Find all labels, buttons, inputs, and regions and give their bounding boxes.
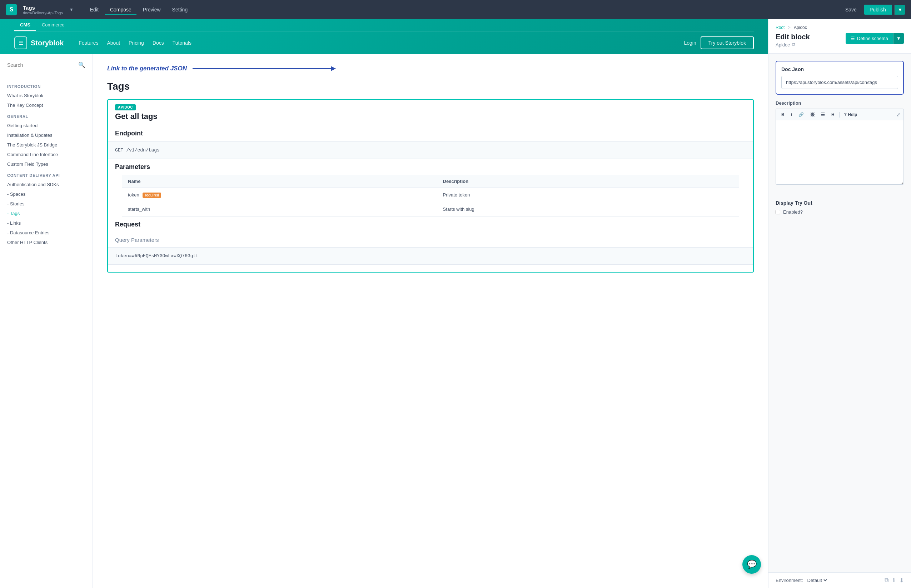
right-panel: Root > Apidoc Edit block Apidoc ⧉ ☰ Defi… [768,19,911,588]
sidebar-item-tags[interactable]: - Tags [0,208,92,218]
page-title-bar: Tags [23,5,63,11]
required-badge: required [142,192,161,198]
preview-area: CMS Commerce ☰ Storyblok Features About … [0,19,768,588]
endpoint-code: GET /v1/cdn/tags [108,141,753,159]
breadcrumb-separator: > [788,25,791,30]
toolbar-heading[interactable]: H [829,111,837,118]
panel-header-top: Edit block Apidoc ⧉ ☰ Define schema ▼ [775,33,904,47]
enabled-checkbox[interactable] [775,210,780,214]
sidebar-item-installation[interactable]: Installation & Updates [0,130,92,140]
edit-block-info: Edit block Apidoc ⧉ [775,33,810,47]
copy-icon[interactable]: ⧉ [792,42,795,47]
publish-dropdown-button[interactable]: ▼ [895,5,905,15]
right-panel-header: Root > Apidoc Edit block Apidoc ⧉ ☰ Defi… [769,19,911,53]
toolbar-separator [839,112,840,118]
sidebar-item-custom-fields[interactable]: Custom Field Types [0,159,92,169]
doc-json-label: Doc Json [781,66,898,72]
environment-bar: Environment: Default ⧉ ℹ ⬇ [769,572,911,588]
search-input[interactable] [7,62,75,68]
enabled-checkbox-row: Enabled? [775,209,904,215]
top-bar: S Tags docs/Delivery-Api/Tags ▼ Edit Com… [0,0,911,19]
enabled-label: Enabled? [783,209,803,215]
sidebar-item-js-bridge[interactable]: The Storyblok JS Bridge [0,140,92,150]
page-subtitle-bar: docs/Delivery-Api/Tags [23,11,63,15]
header-nav-features[interactable]: Features [79,40,98,46]
header-nav-tutorials[interactable]: Tutorials [173,40,192,46]
param-token-desc: Private token [437,188,739,202]
doc-section-title: Get all tags [108,112,753,125]
table-row: starts_with Starts with slug [122,202,739,216]
header-tab-commerce[interactable]: Commerce [36,19,70,31]
description-label: Description [775,100,904,106]
try-storyblok-button[interactable]: Try out Storyblok [701,36,754,49]
sidebar-item-stories[interactable]: - Stories [0,199,92,208]
app-logo: S [6,4,17,15]
search-icon: 🔍 [78,61,86,68]
copy-env-icon[interactable]: ⧉ [885,577,888,584]
doc-json-field-box: Doc Json [775,61,904,95]
header-nav-pricing[interactable]: Pricing [129,40,144,46]
sidebar-item-key-concept[interactable]: The Key Concept [0,100,92,110]
header-tab-cms[interactable]: CMS [14,19,36,31]
environment-select[interactable]: Default [806,577,828,583]
toolbar-link[interactable]: 🔗 [796,111,806,118]
publish-button[interactable]: Publish [864,5,892,15]
col-description: Description [437,175,739,188]
top-nav: Edit Compose Preview Setting [85,5,835,15]
sidebar-item-links[interactable]: - Links [0,218,92,228]
define-schema-button[interactable]: ☰ Define schema [846,33,893,44]
sidebar-item-what-is-storyblok[interactable]: What is Storyblok [0,91,92,100]
toolbar-list[interactable]: ☰ [819,111,827,118]
left-sidebar: 🔍 INTRODUCTION What is Storyblok The Key… [0,54,93,588]
title-dropdown-icon[interactable]: ▼ [69,7,74,12]
nav-compose[interactable]: Compose [105,5,136,15]
header-nav-docs[interactable]: Docs [153,40,164,46]
toolbar-help[interactable]: ? Help [842,111,860,118]
description-toolbar: B I 🔗 🖼 ☰ H ? Help ⤢ [775,108,904,120]
description-textarea[interactable] [775,120,904,185]
apidoc-badge: APIDOC [115,104,136,110]
header-actions: Login Try out Storyblok [684,36,754,49]
header-nav-about[interactable]: About [107,40,120,46]
sidebar-item-cli[interactable]: Command Line Interface [0,150,92,159]
sidebar-item-auth[interactable]: Authentication and SDKs [0,180,92,189]
nav-preview[interactable]: Preview [138,5,166,15]
download-env-icon[interactable]: ⬇ [899,577,904,584]
expand-icon[interactable]: ⤢ [896,112,901,118]
doc-json-input[interactable] [781,76,898,89]
toolbar-italic[interactable]: I [788,111,795,118]
chat-icon: 💬 [747,560,757,569]
nav-setting[interactable]: Setting [167,5,193,15]
breadcrumb-root[interactable]: Root [775,25,785,30]
param-token: token required [122,188,437,202]
params-wrapper: Name Description token required [108,175,753,216]
header-logo-text: Storyblok [31,39,64,47]
json-link-text[interactable]: Link to the generated JSON [107,65,187,72]
doc-endpoint-label: Endpoint [108,125,753,141]
main-content-area: Link to the generated JSON Tags APIDOC G… [93,54,768,588]
try-out-title: Display Try Out [775,200,904,206]
title-group: Tags docs/Delivery-Api/Tags [23,5,63,15]
sidebar-item-datasource[interactable]: - Datasource Entries [0,228,92,237]
param-starts-with: starts_with [122,202,437,216]
main-layout: CMS Commerce ☰ Storyblok Features About … [0,19,911,588]
sidebar-item-http-clients[interactable]: Other HTTP Clients [0,237,92,247]
toolbar-image[interactable]: 🖼 [808,111,817,118]
define-schema-dropdown[interactable]: ▼ [893,33,904,44]
env-actions: ⧉ ℹ ⬇ [885,577,904,584]
website-header: CMS Commerce ☰ Storyblok Features About … [0,19,768,54]
table-row: token required Private token [122,188,739,202]
info-env-icon[interactable]: ℹ [893,577,895,584]
sidebar-section-introduction: INTRODUCTION [0,80,92,91]
nav-edit[interactable]: Edit [85,5,103,15]
sidebar-item-getting-started[interactable]: Getting started [0,121,92,130]
header-login[interactable]: Login [684,40,696,46]
save-button[interactable]: Save [841,5,861,15]
chat-button[interactable]: 💬 [742,555,761,574]
json-link-section: Link to the generated JSON [107,65,754,72]
sidebar-item-spaces[interactable]: - Spaces [0,189,92,199]
toolbar-bold[interactable]: B [779,111,787,118]
doc-parameters-label: Parameters [108,159,753,175]
define-schema-group: ☰ Define schema ▼ [846,33,904,44]
schema-icon: ☰ [851,36,855,41]
